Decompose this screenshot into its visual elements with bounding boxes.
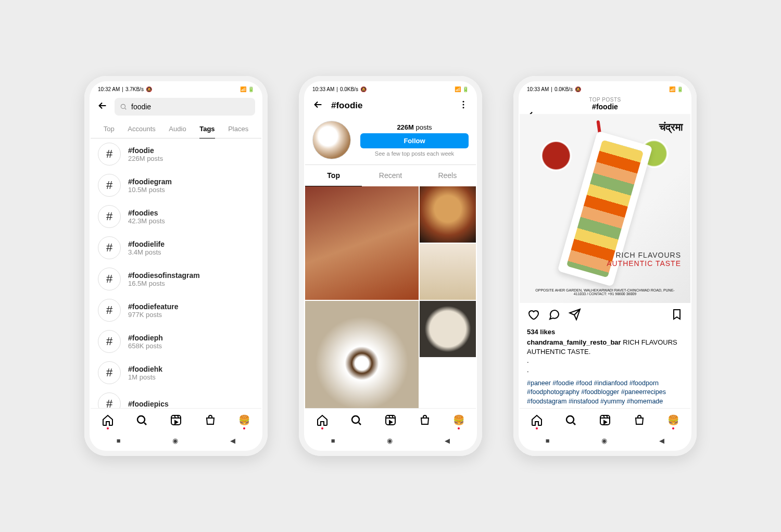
tab-tags[interactable]: Tags (199, 120, 215, 138)
nav-search[interactable] (564, 413, 577, 427)
tab-accounts[interactable]: Accounts (128, 120, 155, 138)
battery-icon: 🔋 (462, 86, 469, 92)
statusbar: 10:33 AM | 0.0KB/s 🔕 📶🔋 (520, 82, 690, 94)
grid-post[interactable] (305, 301, 419, 408)
sys-recents[interactable]: ■ (331, 437, 335, 445)
tab-recent[interactable]: Recent (362, 165, 419, 186)
tab-audio[interactable]: Audio (169, 120, 186, 138)
nav-search[interactable] (135, 413, 148, 427)
tag-row[interactable]: ##foodiegram10.5M posts (91, 170, 261, 201)
sys-recents[interactable]: ■ (546, 437, 550, 445)
system-nav: ■◉◀ (91, 431, 261, 450)
tag-results: ##foodie226M posts ##foodiegram10.5M pos… (91, 138, 261, 408)
wifi-icon: 📶 (455, 86, 461, 92)
svg-point-4 (463, 104, 464, 106)
more-icon[interactable] (458, 99, 469, 112)
sys-home[interactable]: ◉ (387, 437, 393, 445)
hash-icon: # (98, 299, 121, 322)
svg-point-3 (463, 101, 464, 103)
bookmark-icon[interactable] (671, 308, 683, 323)
tag-row[interactable]: ##foodies42.3M posts (91, 201, 261, 232)
post-image[interactable]: चंद्रमा RICH FLAVOURSAUTHENTIC TASTE OPP… (520, 114, 690, 303)
tag-row[interactable]: ##foodiehk1M posts (91, 357, 261, 388)
hash-icon: # (98, 392, 121, 408)
nav-profile[interactable]: 🍔 (666, 413, 680, 427)
back-icon[interactable] (97, 100, 108, 113)
system-nav: ■◉◀ (305, 431, 476, 450)
tag-row[interactable]: ##foodiepics (91, 388, 261, 408)
back-icon[interactable] (312, 99, 324, 112)
post-caption: chandrama_family_resto_bar RICH FLAVOURS… (520, 336, 690, 376)
svg-point-8 (566, 416, 574, 423)
tag-row[interactable]: ##foodiesofinstagram16.5M posts (91, 263, 261, 295)
hash-icon: # (98, 361, 121, 384)
tag-row[interactable]: ##foodieph658K posts (91, 326, 261, 357)
brand-logo: चंद्रमा (659, 121, 683, 133)
comment-icon[interactable] (548, 308, 560, 323)
svg-point-1 (137, 416, 145, 423)
likes-count[interactable]: 534 likes (520, 328, 690, 336)
nav-shop[interactable] (633, 413, 646, 427)
address-text: OPPOSITE AHER GARDEN, WALHEKARWADI RAVET… (520, 288, 690, 296)
nav-profile[interactable]: 🍔 (452, 413, 465, 427)
grid-post[interactable] (305, 186, 419, 300)
hash-icon: # (98, 268, 121, 290)
hash-icon: # (98, 143, 121, 166)
nav-reels[interactable] (598, 413, 612, 427)
nav-reels[interactable] (384, 413, 397, 427)
grid-post[interactable] (420, 301, 476, 357)
post-header: TOP POSTS #foodie (520, 94, 690, 114)
phone-hashtag: 10:33 AM | 0.0KB/s 🔕 📶🔋 #foodie 226M pos… (299, 76, 482, 456)
follow-note: See a few top posts each week (375, 150, 454, 157)
search-input[interactable] (115, 98, 255, 116)
search-field[interactable] (131, 103, 250, 111)
nav-profile[interactable]: 🍔 (237, 413, 251, 427)
follow-button[interactable]: Follow (360, 133, 469, 148)
bottom-nav: 🍔 (520, 408, 690, 431)
post-hashtags[interactable]: #paneer #foodie #food #indianfood #foodp… (520, 377, 690, 409)
sys-home[interactable]: ◉ (601, 437, 607, 445)
grid-post[interactable] (420, 244, 476, 300)
nav-reels[interactable] (169, 413, 183, 427)
nav-shop[interactable] (418, 413, 432, 427)
tag-row[interactable]: ##foodie226M posts (91, 138, 261, 170)
tab-places[interactable]: Places (228, 120, 248, 138)
nav-shop[interactable] (204, 413, 217, 427)
username[interactable]: chandrama_family_resto_bar (527, 338, 621, 346)
silent-icon: 🔕 (146, 86, 152, 92)
grid-post[interactable] (420, 186, 476, 243)
share-icon[interactable] (569, 308, 581, 323)
nav-home[interactable] (530, 413, 544, 427)
svg-point-0 (121, 104, 125, 108)
bottom-nav: 🍔 (305, 408, 476, 431)
status-net: 3.7KB/s (125, 86, 144, 92)
hashtag-tabs: Top Recent Reels (305, 164, 476, 186)
tab-reels[interactable]: Reels (419, 165, 476, 186)
sys-recents[interactable]: ■ (117, 437, 121, 445)
system-nav: ■◉◀ (520, 431, 690, 450)
status-time: 10:32 AM (98, 86, 120, 92)
header-label: TOP POSTS (520, 97, 690, 103)
hash-icon: # (98, 236, 121, 259)
tag-row[interactable]: ##foodielife3.4M posts (91, 232, 261, 263)
nav-home[interactable] (101, 413, 115, 427)
sys-back[interactable]: ◀ (659, 437, 664, 445)
silent-icon: 🔕 (360, 86, 367, 92)
sys-back[interactable]: ◀ (445, 437, 450, 445)
tab-top[interactable]: Top (305, 165, 362, 186)
tab-top[interactable]: Top (104, 120, 115, 138)
hash-icon: # (98, 205, 121, 228)
nav-search[interactable] (349, 413, 363, 427)
search-tabs: Top Accounts Audio Tags Places (91, 120, 261, 138)
header-title: #foodie (520, 103, 690, 111)
tag-row[interactable]: ##foodiefeature977K posts (91, 295, 261, 326)
status-net: 0.0KB/s (555, 86, 573, 92)
sys-back[interactable]: ◀ (230, 437, 235, 445)
decor (540, 140, 572, 171)
page-title: #foodie (331, 100, 362, 111)
sys-home[interactable]: ◉ (172, 437, 178, 445)
post-grid (305, 186, 476, 408)
status-time: 10:33 AM (527, 86, 549, 92)
like-icon[interactable] (527, 308, 539, 323)
nav-home[interactable] (316, 413, 329, 427)
